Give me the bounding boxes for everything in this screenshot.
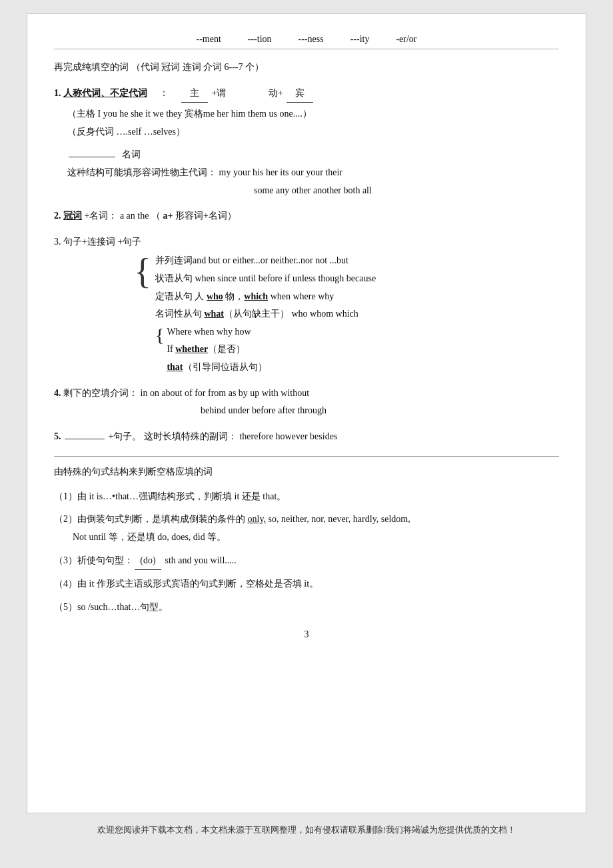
s3-ding-ren: 定语从句 人 <box>155 291 207 301</box>
s3-what: what <box>204 309 224 319</box>
special-title-text: 由特殊的句式结构来判断空格应填的词 <box>54 467 213 477</box>
s3-ming-rest: who whom which <box>289 309 358 319</box>
s3-ming-label: 名词性从句 <box>155 309 205 319</box>
p3-do: (do) <box>135 552 161 571</box>
page-number: 3 <box>54 629 559 640</box>
s3-that-note: （引导同位语从句） <box>183 362 267 372</box>
binglie-line: 并列连词and but or either...or neither..nor … <box>155 252 376 270</box>
s4-title: 4. <box>54 388 61 398</box>
p2-line2: Not until 等，还是填 do, does, did 等。 <box>73 532 226 542</box>
s3-ding-wu: 物， <box>223 291 245 301</box>
p2-rest: so, neither, nor, never, hardly, seldom, <box>266 514 410 524</box>
page-content: --ment ---tion ---ness ---ity -er/or 再完成… <box>27 13 586 813</box>
page-num-text: 3 <box>305 629 309 639</box>
bracket-content: 并列连词and but or either...or neither..nor … <box>155 252 376 376</box>
s3-whether: whether <box>175 344 208 354</box>
s3-who: who <box>207 291 223 301</box>
s1-zhu-bin-line: （主格 I you he she it we they 宾格me her him… <box>67 105 559 123</box>
s1-mingci: 名词 <box>122 149 141 159</box>
special-title: 由特殊的句式结构来判断空格应填的词 <box>54 463 559 481</box>
p3-text: （3）祈使句句型： <box>54 555 133 565</box>
s3-which-ding: which <box>244 291 268 301</box>
sub-bracket-section: { Where when why how If whether（是否） that… <box>155 323 376 377</box>
s5-adverbs: therefore however besides <box>239 431 337 441</box>
s1-possessive-line: 这种结构可能填形容词性物主代词： my your his her its our… <box>67 164 559 182</box>
ding-line: 定语从句 人 who 物，which when where why <box>155 288 376 306</box>
top-suffixes-row: --ment ---tion ---ness ---ity -er/or <box>54 34 559 49</box>
s5-title: 5. <box>54 431 61 441</box>
s3-label: 句子+连接词 +句子 <box>63 237 141 247</box>
s2-title: 2. <box>54 211 61 221</box>
suffix-ness: ---ness <box>299 34 324 45</box>
s1-title: 1. <box>54 88 61 98</box>
p2: （2）由倒装句式判断，是填构成倒装的条件的 only, so, neither,… <box>54 511 559 546</box>
p5: （5）so /such…that…句型。 <box>54 599 559 617</box>
s1-zhu-bin: （主格 I you he she it we they 宾格me her him… <box>67 109 312 119</box>
s3-what-note: （从句缺主干） <box>224 309 289 319</box>
s1-bin: 宾 <box>287 85 313 103</box>
p4: （4）由 it 作形式主语或形式宾语的句式判断，空格处是否填 it。 <box>54 575 559 593</box>
s1-some-any-line: some any other another both all <box>254 182 559 200</box>
suffix-er-or: -er/or <box>396 34 416 45</box>
s3-whether-note: （是否） <box>208 344 245 354</box>
sub-bracket-content: Where when why how If whether（是否） that（引… <box>167 323 267 377</box>
section-1: 1. 人称代词、不定代词 ： 主 +谓 动+ 宾 （主格 I you he sh… <box>54 85 559 200</box>
divider <box>54 456 559 457</box>
sub-bracket-symbol: { <box>155 326 164 345</box>
p2-only: only, <box>248 514 266 524</box>
s4-preps1: in on about of for from as by up with wi… <box>141 388 310 398</box>
s3-title: 3. <box>54 237 61 247</box>
section-intro: 再完成纯填空的词 （代词 冠词 连词 介词 6---7 个） <box>54 59 559 77</box>
s1-dong: 动+ <box>269 88 283 98</box>
s1-colon: ： <box>150 88 178 98</box>
special-section: 由特殊的句式结构来判断空格应填的词 （1）由 it is…•that…强调结构形… <box>54 463 559 616</box>
section-3: 3. 句子+连接词 +句子 { 并列连词and but or either...… <box>54 233 559 377</box>
s3-ding-rest: when where why <box>268 291 334 301</box>
s2-adj-noun: 形容词+名词） <box>175 211 237 221</box>
s2-label: 冠词 <box>63 211 82 221</box>
s1-main-line: 1. 人称代词、不定代词 ： 主 +谓 动+ 宾 <box>54 85 559 103</box>
s3-that: that <box>167 362 183 372</box>
s2-a-plus: a+ <box>163 211 173 221</box>
s1-blank-noun-line: 名词 <box>67 146 559 164</box>
s1-zhudai: 这种结构可能填形容词性物主代词： my your his her its our… <box>67 167 342 177</box>
if-text: If <box>167 344 175 354</box>
s3-bracket-section: { 并列连词and but or either...or neither..no… <box>134 252 559 376</box>
s1-plus1: +谓 <box>212 88 227 98</box>
intro-text: 再完成纯填空的词 （代词 冠词 连词 介词 6---7 个） <box>54 62 264 72</box>
s4-preps2: behind under before after through <box>201 405 326 415</box>
bracket-symbol: { <box>134 253 151 289</box>
p1: （1）由 it is…•that…强调结构形式，判断填 it 还是 that。 <box>54 488 559 506</box>
footer-text: 欢迎您阅读并下载本文档，本文档来源于互联网整理，如有侵权请联系删除!我们将竭诚为… <box>97 825 516 835</box>
that-line: that（引导同位语从句） <box>167 359 267 377</box>
section-4: 4. 剩下的空填介词： in on about of for from as b… <box>54 385 559 420</box>
p3: （3）祈使句句型：(do) sth and you will..... <box>54 552 559 571</box>
footer: 欢迎您阅读并下载本文档，本文档来源于互联网整理，如有侵权请联系删除!我们将竭诚为… <box>27 824 586 836</box>
where-when-why-how: Where when why how <box>167 323 267 341</box>
blank-line <box>69 157 115 157</box>
suffix-ity: ---ity <box>350 34 370 45</box>
s1-some-any: some any other another both all <box>254 185 372 195</box>
p3-rest: sth and you will..... <box>163 555 237 565</box>
if-whether-line: If whether（是否） <box>167 341 267 359</box>
zhuang-line: 状语从句 when since until before if unless t… <box>155 270 376 288</box>
suffix-ment: --ment <box>196 34 221 45</box>
s2-plus-noun: +名词： a an the （ <box>85 211 163 221</box>
s4-label: 剩下的空填介词： <box>63 388 138 398</box>
s5-blank <box>65 439 105 439</box>
section-5: 5. +句子。 这时长填特殊的副词： therefore however bes… <box>54 428 559 446</box>
ming-line: 名词性从句 what（从句缺主干） who whom which <box>155 305 376 323</box>
s4-preps2-line: behind under before after through <box>201 402 559 420</box>
s1-reflex: （反身代词 ….self …selves） <box>67 127 185 137</box>
s1-reflex-line: （反身代词 ….self …selves） <box>67 123 559 141</box>
section-2: 2. 冠词 +名词： a an the （ a+ 形容词+名词） <box>54 207 559 225</box>
s5-label: +句子。 这时长填特殊的副词： <box>109 431 237 441</box>
s1-label: 人称代词、不定代词 <box>63 88 147 98</box>
s3-title-line: 3. 句子+连接词 +句子 <box>54 233 559 251</box>
s1-zhu: 主 <box>181 85 208 103</box>
p2-start: （2）由倒装句式判断，是填构成倒装的条件的 <box>54 514 248 524</box>
suffix-tion: ---tion <box>248 34 272 45</box>
